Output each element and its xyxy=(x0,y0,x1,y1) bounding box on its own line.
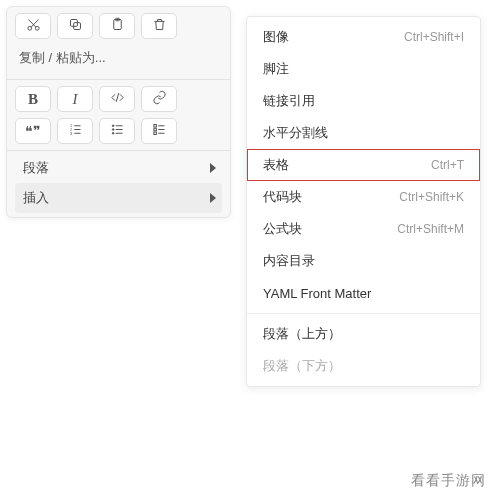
insert-item-1[interactable]: 脚注 xyxy=(247,53,480,85)
cut-icon xyxy=(26,17,41,35)
svg-point-9 xyxy=(112,125,114,127)
insert-item-label: 内容目录 xyxy=(263,252,315,270)
copy-button[interactable] xyxy=(57,13,93,39)
ordered-list-icon: 123 xyxy=(68,122,83,140)
insert-item-shortcut: Ctrl+Shift+M xyxy=(397,222,464,236)
divider xyxy=(7,150,230,151)
paragraph-label: 段落 xyxy=(23,159,49,177)
task-list-button[interactable] xyxy=(141,118,177,144)
unordered-list-icon xyxy=(110,122,125,140)
insert-after-item-0[interactable]: 段落（上方） xyxy=(247,318,480,350)
svg-text:3: 3 xyxy=(69,132,71,136)
divider xyxy=(7,79,230,80)
format-row-1: B I xyxy=(15,86,222,112)
delete-button[interactable] xyxy=(141,13,177,39)
insert-item-label: 表格 xyxy=(263,156,289,174)
insert-item-0[interactable]: 图像Ctrl+Shift+I xyxy=(247,21,480,53)
copy-paste-as-label[interactable]: 复制 / 粘贴为... xyxy=(15,45,222,75)
paste-icon xyxy=(110,17,125,35)
insert-label: 插入 xyxy=(23,189,49,207)
insert-item-label: 水平分割线 xyxy=(263,124,328,142)
svg-point-10 xyxy=(112,129,114,131)
insert-item-shortcut: Ctrl+Shift+I xyxy=(404,30,464,44)
insert-item-label: 图像 xyxy=(263,28,289,46)
trash-icon xyxy=(152,17,167,35)
ordered-list-button[interactable]: 123 xyxy=(57,118,93,144)
insert-item-3[interactable]: 水平分割线 xyxy=(247,117,480,149)
insert-item-label: 公式块 xyxy=(263,220,302,238)
svg-rect-13 xyxy=(153,128,156,131)
clipboard-row xyxy=(15,13,222,39)
paste-button[interactable] xyxy=(99,13,135,39)
italic-icon: I xyxy=(73,91,78,108)
chevron-right-icon xyxy=(210,163,216,173)
bold-button[interactable]: B xyxy=(15,86,51,112)
quote-button[interactable]: ❝❞ xyxy=(15,118,51,144)
insert-item-label: 链接引用 xyxy=(263,92,315,110)
insert-after-item-1[interactable]: 段落（下方） xyxy=(247,350,480,382)
svg-point-1 xyxy=(35,26,39,30)
insert-item-shortcut: Ctrl+Shift+K xyxy=(399,190,464,204)
watermark-text: 看看手游网 xyxy=(411,472,486,490)
code-icon xyxy=(110,90,125,108)
divider xyxy=(247,313,480,314)
svg-point-11 xyxy=(112,132,114,134)
link-icon xyxy=(152,90,167,108)
code-button[interactable] xyxy=(99,86,135,112)
insert-item-6[interactable]: 公式块Ctrl+Shift+M xyxy=(247,213,480,245)
insert-item-label: 脚注 xyxy=(263,60,289,78)
insert-item-4[interactable]: 表格Ctrl+T xyxy=(247,149,480,181)
insert-item-label: 代码块 xyxy=(263,188,302,206)
insert-item-label: 段落（上方） xyxy=(263,325,341,343)
insert-item-shortcut: Ctrl+T xyxy=(431,158,464,172)
copy-icon xyxy=(68,17,83,35)
quote-icon: ❝❞ xyxy=(25,123,41,140)
insert-item-label: YAML Front Matter xyxy=(263,286,371,301)
insert-item-7[interactable]: 内容目录 xyxy=(247,245,480,277)
unordered-list-button[interactable] xyxy=(99,118,135,144)
svg-point-0 xyxy=(27,26,31,30)
link-button[interactable] xyxy=(141,86,177,112)
bold-icon: B xyxy=(28,91,38,108)
task-list-icon xyxy=(152,122,167,140)
insert-menu[interactable]: 插入 xyxy=(15,183,222,213)
insert-submenu: 图像Ctrl+Shift+I脚注链接引用水平分割线表格Ctrl+T代码块Ctrl… xyxy=(246,16,481,387)
chevron-right-icon xyxy=(210,193,216,203)
format-row-2: ❝❞ 123 xyxy=(15,118,222,144)
context-panel: 复制 / 粘贴为... B I ❝❞ 123 xyxy=(6,6,231,218)
insert-item-2[interactable]: 链接引用 xyxy=(247,85,480,117)
insert-item-5[interactable]: 代码块Ctrl+Shift+K xyxy=(247,181,480,213)
insert-item-8[interactable]: YAML Front Matter xyxy=(247,277,480,309)
insert-item-label: 段落（下方） xyxy=(263,357,341,375)
italic-button[interactable]: I xyxy=(57,86,93,112)
svg-rect-12 xyxy=(153,125,156,128)
svg-rect-14 xyxy=(153,132,156,135)
paragraph-menu[interactable]: 段落 xyxy=(15,153,222,183)
cut-button[interactable] xyxy=(15,13,51,39)
